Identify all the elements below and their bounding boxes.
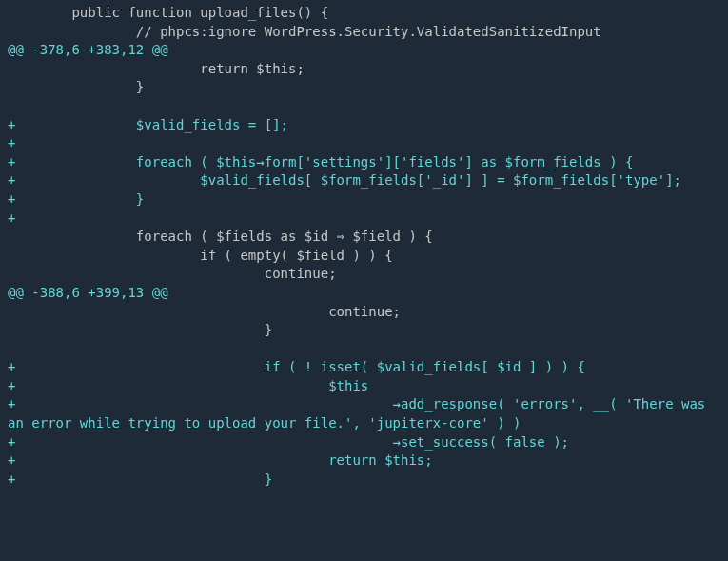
diff-line-add: + →add_response( 'errors', __( 'There wa… [0, 395, 728, 432]
diff-line-ctx: continue; [0, 265, 728, 284]
diff-line-ctx: return $this; [0, 60, 728, 79]
diff-line-ctx: if ( empty( $field ) ) { [0, 247, 728, 266]
diff-line-ctx: } [0, 321, 728, 340]
diff-line-ctx: public function upload_files() { [0, 4, 728, 23]
diff-line-ctx [0, 340, 728, 359]
diff-line-add: + foreach ( $this→form['settings']['fiel… [0, 153, 728, 172]
diff-line-add: + } [0, 471, 728, 490]
diff-code-block: public function upload_files() { // phpc… [0, 0, 728, 489]
diff-line-add: + $valid_fields[ $form_fields['_id'] ] =… [0, 171, 728, 190]
diff-line-ctx [0, 97, 728, 116]
diff-line-add: + [0, 210, 728, 229]
diff-line-add: + return $this; [0, 451, 728, 471]
diff-line-hunk: @@ -388,6 +399,13 @@ [0, 284, 728, 303]
diff-line-ctx: } [0, 78, 728, 97]
diff-line-add: + } [0, 190, 728, 210]
diff-line-add: + [0, 134, 728, 153]
diff-line-ctx: continue; [0, 303, 728, 322]
diff-line-ctx: foreach ( $fields as $id ⇒ $field ) { [0, 228, 728, 247]
diff-line-add: + $valid_fields = []; [0, 116, 728, 135]
diff-line-hunk: @@ -378,6 +383,12 @@ [0, 41, 728, 60]
diff-line-add: + $this [0, 377, 728, 396]
diff-line-add: + →set_success( false ); [0, 433, 728, 452]
diff-line-ctx: // phpcs:ignore WordPress.Security.Valid… [0, 23, 728, 42]
diff-line-add: + if ( ! isset( $valid_fields[ $id ] ) )… [0, 358, 728, 377]
